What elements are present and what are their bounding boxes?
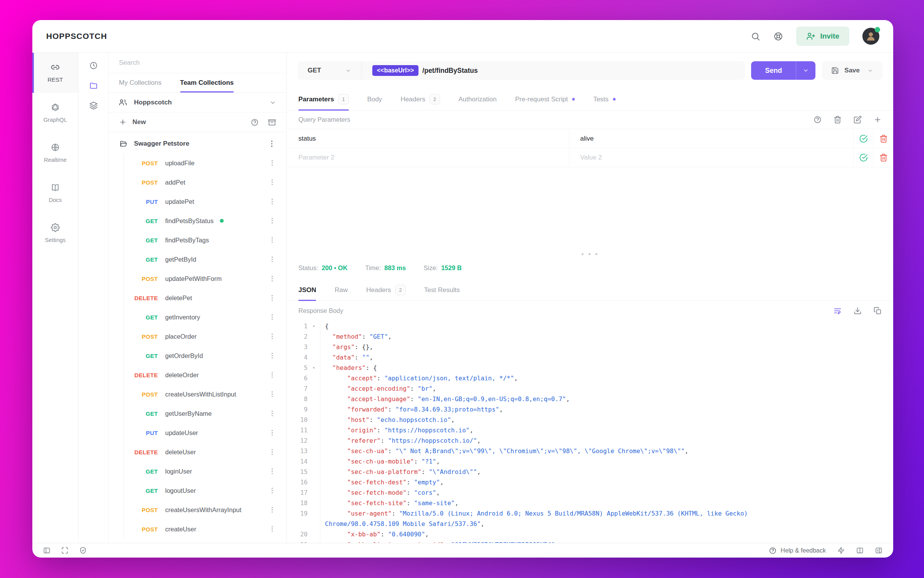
help-icon[interactable] <box>814 116 822 124</box>
save-button[interactable]: Save <box>822 61 882 80</box>
kebab-icon[interactable] <box>268 448 276 456</box>
shield-check-icon[interactable] <box>79 547 87 554</box>
archive-icon[interactable] <box>268 118 276 126</box>
request-item-loginUser[interactable]: GET loginUser <box>109 462 286 481</box>
param-key-input[interactable] <box>298 135 557 143</box>
tab-pre-request-script[interactable]: Pre-request Script <box>515 88 575 110</box>
kebab-icon[interactable] <box>268 487 276 494</box>
tab-test-results[interactable]: Test Results <box>424 279 460 301</box>
history-tab[interactable] <box>89 61 98 70</box>
kebab-icon[interactable] <box>268 178 276 186</box>
tab-parameters[interactable]: Parameters 1 <box>298 88 349 110</box>
param-value-input[interactable] <box>580 135 842 143</box>
support-icon[interactable] <box>773 32 783 41</box>
sidebar-item-realtime[interactable]: Realtime <box>32 133 78 173</box>
kebab-icon[interactable] <box>268 198 276 205</box>
param-active-toggle[interactable] <box>853 148 873 167</box>
copy-icon[interactable] <box>874 307 882 315</box>
tab-my-collections[interactable]: My Collections <box>119 73 162 92</box>
param-key-input[interactable] <box>298 154 557 161</box>
tab-authorization[interactable]: Authorization <box>459 88 497 110</box>
invite-button[interactable]: Invite <box>796 27 849 46</box>
kebab-icon[interactable] <box>268 313 276 321</box>
new-collection-button[interactable]: New <box>119 118 146 126</box>
send-options-caret[interactable] <box>796 61 815 80</box>
kebab-icon[interactable] <box>268 410 276 417</box>
url-input[interactable]: <<baseUrl>> /pet/findByStatus <box>362 61 745 80</box>
kebab-icon[interactable] <box>268 255 276 263</box>
search-icon[interactable] <box>751 32 760 41</box>
kebab-icon[interactable] <box>268 429 276 437</box>
tab-headers[interactable]: Headers 2 <box>366 279 405 301</box>
response-body-viewer[interactable]: 1 ▾ { 2 "method": "GET", 3 "args": {}, 4… <box>287 320 893 543</box>
tab-raw[interactable]: Raw <box>335 279 348 301</box>
tab-tests[interactable]: Tests <box>593 88 616 110</box>
kebab-icon[interactable] <box>268 371 276 379</box>
request-item-getInventory[interactable]: GET getInventory <box>109 307 286 327</box>
method-select[interactable]: GET <box>298 61 362 80</box>
param-delete-button[interactable] <box>873 148 893 167</box>
tab-team-collections[interactable]: Team Collections <box>180 73 234 92</box>
collection-folder[interactable]: Swagger Petstore <box>109 134 286 153</box>
request-item-deleteUser[interactable]: DELETE deleteUser <box>109 442 286 462</box>
request-item-findPetsByStatus[interactable]: GET findPetsByStatus <box>109 211 286 230</box>
request-item-logoutUser[interactable]: GET logoutUser <box>109 481 286 500</box>
request-item-createUser[interactable]: POST createUser <box>109 519 286 539</box>
request-item-placeOrder[interactable]: POST placeOrder <box>109 327 286 346</box>
request-item-getPetById[interactable]: GET getPetById <box>109 250 286 269</box>
kebab-icon[interactable] <box>268 333 276 340</box>
avatar[interactable] <box>862 28 879 45</box>
kebab-icon[interactable] <box>268 390 276 398</box>
team-selector[interactable]: Hoppscotch <box>109 93 286 113</box>
expand-icon[interactable] <box>61 547 69 554</box>
panel-right-icon[interactable] <box>875 547 882 554</box>
kebab-icon[interactable] <box>268 217 276 225</box>
kebab-icon[interactable] <box>268 352 276 360</box>
sidebar-item-docs[interactable]: Docs <box>32 173 78 213</box>
plus-icon[interactable] <box>874 116 882 124</box>
request-item-updatePetWithForm[interactable]: POST updatePetWithForm <box>109 269 286 288</box>
tab-headers[interactable]: Headers 2 <box>400 88 440 110</box>
help-icon[interactable] <box>251 118 259 126</box>
tab-json[interactable]: JSON <box>298 279 316 301</box>
kebab-icon[interactable] <box>268 236 276 244</box>
param-active-toggle[interactable] <box>853 129 873 148</box>
request-item-getUserByName[interactable]: GET getUserByName <box>109 404 286 423</box>
collection-folder-clipped[interactable] <box>109 539 286 543</box>
search-input[interactable] <box>119 59 276 67</box>
trash-icon[interactable] <box>834 116 842 124</box>
kebab-icon[interactable] <box>268 275 276 282</box>
kebab-icon[interactable] <box>268 159 276 167</box>
param-delete-button[interactable] <box>873 129 893 148</box>
pane-resize-handle[interactable]: • • • <box>287 252 893 256</box>
environments-tab[interactable] <box>89 101 98 110</box>
collections-tab[interactable] <box>89 81 98 90</box>
columns-icon[interactable] <box>856 547 864 554</box>
fold-toggle-icon[interactable]: ▾ <box>308 321 320 331</box>
edit-icon[interactable] <box>854 116 862 124</box>
sidebar-item-settings[interactable]: Settings <box>32 213 78 253</box>
request-item-updatePet[interactable]: PUT updatePet <box>109 192 286 211</box>
request-item-deleteOrder[interactable]: DELETE deleteOrder <box>109 365 286 385</box>
fold-toggle-icon[interactable]: ▾ <box>308 363 320 373</box>
sidebar-item-rest[interactable]: REST <box>32 53 78 93</box>
request-item-createUsersWithArrayInput[interactable]: POST createUsersWithArrayInput <box>109 500 286 519</box>
request-item-createUsersWithListInput[interactable]: POST createUsersWithListInput <box>109 385 286 404</box>
wrap-icon[interactable] <box>834 307 842 315</box>
panel-left-icon[interactable] <box>43 547 50 554</box>
request-item-addPet[interactable]: POST addPet <box>109 173 286 192</box>
request-item-findPetsByTags[interactable]: GET findPetsByTags <box>109 230 286 250</box>
param-value-input[interactable] <box>580 154 842 161</box>
kebab-menu-icon[interactable] <box>268 139 276 148</box>
sidebar-item-graphql[interactable]: GraphQL <box>32 93 78 133</box>
lightning-icon[interactable] <box>837 547 845 554</box>
request-item-getOrderById[interactable]: GET getOrderById <box>109 346 286 365</box>
kebab-icon[interactable] <box>268 467 276 475</box>
request-item-updateUser[interactable]: PUT updateUser <box>109 423 286 442</box>
kebab-icon[interactable] <box>268 506 276 514</box>
kebab-icon[interactable] <box>268 525 276 533</box>
send-button[interactable]: Send <box>751 61 815 80</box>
request-item-deletePet[interactable]: DELETE deletePet <box>109 288 286 307</box>
tab-body[interactable]: Body <box>367 88 382 110</box>
download-icon[interactable] <box>854 307 862 315</box>
